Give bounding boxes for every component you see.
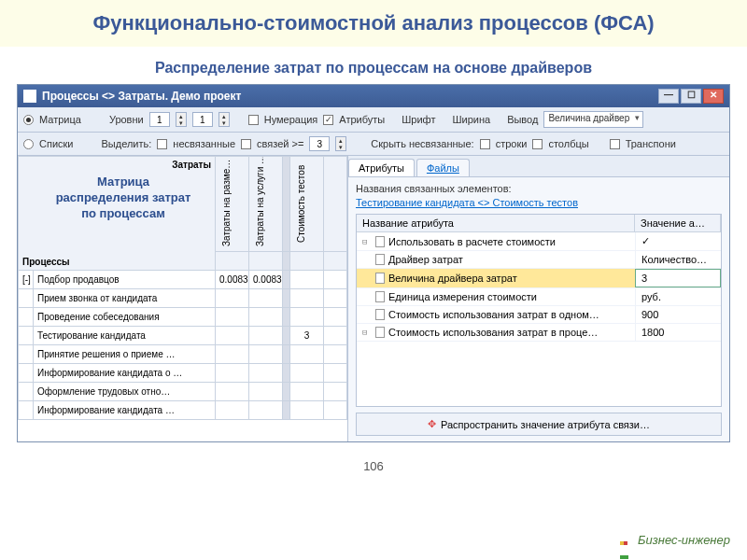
hide-cols-label: столбцы — [548, 138, 588, 149]
maximize-button[interactable]: ☐ — [681, 89, 701, 104]
tab-files[interactable]: Файлы — [416, 159, 470, 176]
attr-col-value: Значение а… — [635, 215, 721, 231]
attributes-checkbox[interactable]: ✓ — [323, 115, 333, 125]
tabs: Атрибуты Файлы — [348, 156, 729, 177]
matrix-description: Матрица распределения затрат по процесса… — [44, 175, 203, 222]
hide-rows-label: строки — [496, 138, 528, 149]
content-area: Матрица распределения затрат по процесса… — [18, 156, 729, 441]
app-icon — [23, 90, 36, 103]
attr-row[interactable]: ⊟Использовать в расчете стоимости✓ — [357, 232, 721, 251]
table-row[interactable]: Информирование кандидата … — [19, 401, 347, 420]
page-number: 106 — [0, 459, 747, 473]
level-from-input[interactable] — [149, 112, 170, 127]
app-window: Процессы <> Затраты. Демо проект — ☐ ✕ М… — [17, 84, 730, 442]
table-row[interactable]: Прием звонка от кандидата — [19, 289, 347, 308]
doc-icon — [375, 291, 385, 302]
attributes-panel: Атрибуты Файлы Названия связанных элемен… — [348, 156, 729, 441]
matrix-radio[interactable] — [23, 115, 34, 125]
transpose-label: Транспони — [626, 138, 676, 149]
attr-row-selected[interactable]: Величина драйвера затрат3 — [357, 269, 721, 288]
table-row[interactable]: Принятие решения о приеме … — [19, 345, 347, 364]
lists-label: Списки — [39, 138, 74, 149]
slide-subtitle: Распределение затрат по процессам на осн… — [0, 60, 747, 77]
unrelated-label: несвязанные — [173, 138, 235, 149]
col-spacer — [324, 157, 347, 252]
table-row[interactable]: Оформление трудовых отно… — [19, 383, 347, 401]
table-row[interactable]: Информирование кандидата о … — [19, 364, 347, 383]
col-header: Стоимость тестов — [290, 157, 324, 252]
links-gte-spinner[interactable]: ▴▾ — [335, 136, 346, 151]
table-row[interactable]: [-]Подбор продавцов0.00830.0083 — [19, 271, 347, 289]
brand-icon — [620, 534, 633, 547]
links-gte-input[interactable] — [309, 136, 330, 151]
attributes-body: Названия связанных элементов: Тестирован… — [348, 177, 729, 441]
toolbar-row-2: Списки Выделить: несвязанные связей >= ▴… — [18, 133, 729, 156]
slide-title: Функционально-стоимостной анализ процесс… — [0, 0, 747, 47]
width-label[interactable]: Ширина — [452, 114, 490, 125]
hide-unrelated-label: Скрыть несвязанные: — [371, 138, 473, 149]
transpose-checkbox[interactable] — [610, 139, 620, 149]
propagate-button[interactable]: ✥ Распространить значение атрибута связи… — [356, 413, 722, 436]
hide-rows-checkbox[interactable] — [480, 139, 490, 149]
matrix-panel: Матрица распределения затрат по процесса… — [18, 156, 348, 441]
attribute-table: Название атрибута Значение а… ⊟Использов… — [356, 214, 722, 407]
minimize-button[interactable]: — — [658, 89, 679, 104]
attr-row[interactable]: ⊟Стоимость использования затрат в проце…… — [357, 324, 721, 342]
tab-attributes[interactable]: Атрибуты — [348, 159, 415, 176]
doc-icon — [375, 236, 385, 247]
numbering-checkbox[interactable] — [248, 115, 259, 125]
table-row[interactable]: Тестирование кандидата3 — [19, 327, 347, 345]
propagate-icon: ✥ — [428, 418, 436, 430]
titlebar: Процессы <> Затраты. Демо проект — ☐ ✕ — [18, 85, 729, 107]
links-gte-checkbox[interactable] — [241, 139, 251, 149]
level-to-spinner[interactable]: ▴▾ — [218, 112, 230, 127]
font-label[interactable]: Шрифт — [402, 114, 435, 125]
window-title: Процессы <> Затраты. Демо проект — [42, 90, 241, 103]
attr-col-name: Название атрибута — [357, 215, 635, 231]
col-gap — [283, 157, 290, 252]
lists-radio[interactable] — [23, 139, 34, 149]
highlight-label: Выделить: — [102, 138, 152, 149]
table-row[interactable]: Проведение собеседования — [19, 308, 347, 327]
doc-icon — [375, 327, 385, 338]
attr-row[interactable]: Единица измерения стоимостируб. — [357, 288, 721, 306]
linked-elements-link[interactable]: Тестирование кандидата <> Стоимость тест… — [356, 197, 722, 208]
unrelated-checkbox[interactable] — [157, 139, 167, 149]
levels-label: Уровни — [109, 114, 144, 125]
col-header: Затраты на услуги … — [249, 157, 283, 252]
doc-icon — [375, 309, 385, 320]
hide-cols-checkbox[interactable] — [532, 139, 543, 149]
brand-label: Бизнес-инженер — [620, 533, 730, 547]
links-gte-label: связей >= — [257, 138, 303, 149]
col-header: Затраты на разме… — [216, 157, 249, 252]
output-label: Вывод — [507, 114, 538, 125]
linked-names-label: Названия связанных элементов: — [356, 183, 722, 194]
output-combo[interactable]: Величина драйвер — [543, 111, 643, 128]
level-from-spinner[interactable]: ▴▾ — [176, 112, 187, 127]
attr-row[interactable]: Драйвер затратКоличество… — [357, 251, 721, 269]
numbering-label: Нумерация — [264, 114, 318, 125]
doc-icon — [375, 273, 385, 284]
attributes-label: Атрибуты — [339, 114, 385, 125]
attr-table-header: Название атрибута Значение а… — [357, 215, 721, 232]
attr-row[interactable]: Стоимость использования затрат в одном…9… — [357, 306, 721, 324]
toolbar-row-1: Матрица Уровни ▴▾ ▴▾ Нумерация ✓ Атрибут… — [18, 107, 729, 133]
matrix-label: Матрица — [39, 114, 81, 125]
level-to-input[interactable] — [192, 112, 213, 127]
close-button[interactable]: ✕ — [703, 89, 724, 104]
doc-icon — [375, 254, 385, 265]
